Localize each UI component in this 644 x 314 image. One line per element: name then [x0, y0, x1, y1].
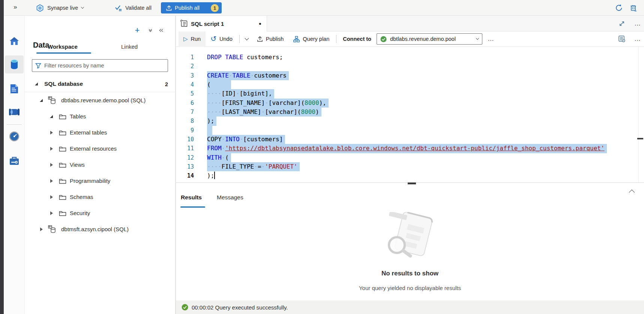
tree-item[interactable]: SQL database2: [25, 76, 176, 92]
caret-expanded-icon[interactable]: [39, 99, 44, 102]
folder-icon: [59, 130, 66, 136]
connection-dropdown[interactable]: dbtlabs.revenue.demo.pool: [377, 33, 482, 45]
more-icon: …: [634, 20, 641, 27]
tree-item[interactable]: Tables: [25, 108, 176, 124]
nav-monitor[interactable]: [5, 127, 24, 145]
collapse-panel-button[interactable]: [157, 25, 167, 35]
tab-linked[interactable]: Linked: [121, 43, 138, 50]
query-plan-button[interactable]: Query plan: [288, 31, 334, 47]
publish-icon: [257, 36, 263, 42]
selected-code-segment: );: [207, 117, 216, 126]
validate-all-button[interactable]: Validate all: [115, 0, 152, 16]
expand-rail-icon[interactable]: »: [14, 3, 17, 11]
tree-item-label: Views: [70, 161, 85, 168]
code-line[interactable]: [207, 62, 644, 71]
line-number: 10: [176, 135, 199, 144]
tree-item[interactable]: dbtlabs.revenue.demo.pool (SQL): [25, 92, 176, 108]
line-number: 4: [176, 80, 199, 89]
code-line[interactable]: ····[FIRST_NAME]·[varchar](8000),: [207, 99, 644, 108]
undo-button[interactable]: ↺ Undo: [206, 31, 237, 47]
discard-all-button[interactable]: [629, 3, 638, 13]
code-line[interactable]: (: [207, 80, 644, 89]
tree-item-label: External tables: [70, 129, 107, 136]
line-number: 6: [176, 99, 199, 108]
properties-button[interactable]: [617, 34, 627, 44]
run-button[interactable]: ▷ Run: [179, 31, 206, 47]
query-plan-icon: [293, 36, 300, 42]
tab-more-button[interactable]: …: [633, 19, 642, 28]
nav-manage[interactable]: [5, 152, 24, 170]
code-line[interactable]: WITH·(: [207, 153, 644, 162]
filter-input[interactable]: [44, 63, 165, 69]
nav-develop[interactable]: [5, 80, 24, 98]
tab-messages[interactable]: Messages: [217, 194, 243, 201]
caret-collapsed-icon[interactable]: [49, 131, 54, 135]
results-pane: Results Messages: [176, 182, 644, 301]
mode-selector[interactable]: Synapse live: [36, 0, 84, 16]
caret-collapsed-icon[interactable]: [49, 179, 54, 183]
code-line[interactable]: [207, 126, 644, 135]
caret-collapsed-icon[interactable]: [49, 163, 54, 167]
undo-icon: ↺: [210, 36, 216, 42]
selected-code-segment: WITH·(: [207, 153, 231, 162]
expand-editor-button[interactable]: [617, 19, 627, 28]
tree-item[interactable]: Security: [25, 205, 176, 221]
selected-code-segment: ····[FIRST_NAME]·[varchar](8000),: [207, 99, 329, 108]
code-line[interactable]: );: [207, 117, 644, 126]
tab-sql-script[interactable]: SQL script 1 ●: [176, 16, 267, 31]
tree-item[interactable]: Schemas: [25, 189, 176, 205]
folder-icon: [59, 210, 66, 216]
manage-icon: [9, 156, 20, 166]
tree-item[interactable]: External resources: [25, 141, 176, 157]
unsaved-dot-icon: ●: [259, 21, 261, 26]
text-cursor: [214, 172, 215, 179]
publish-button[interactable]: Publish: [252, 31, 289, 47]
add-resource-button[interactable]: +: [132, 25, 142, 35]
trash-icon: [629, 4, 638, 12]
nav-home[interactable]: [5, 32, 24, 50]
code-line[interactable]: ····[LAST_NAME]·[varchar](8000): [207, 108, 644, 117]
nav-data[interactable]: [5, 55, 24, 73]
caret-collapsed-icon[interactable]: [49, 147, 54, 151]
code-line[interactable]: DROP TABLE customers;: [207, 53, 644, 62]
toolbar-overflow-button[interactable]: …: [633, 34, 642, 44]
code-line[interactable]: FROM·'https://dbtlabsynapsedatalake.blob…: [207, 144, 644, 153]
caret-collapsed-icon[interactable]: [49, 195, 54, 199]
nav-integrate[interactable]: [5, 103, 24, 121]
integrate-icon: [9, 108, 20, 117]
editor-scrollbar[interactable]: [638, 47, 639, 182]
code-line[interactable]: ····[ID]·[bigint],: [207, 89, 644, 98]
caret-collapsed-icon[interactable]: [49, 211, 54, 215]
caret-collapsed-icon[interactable]: [39, 227, 44, 231]
code-line[interactable]: COPY·INTO·[customers]: [207, 135, 644, 144]
caret-expanded-icon[interactable]: [34, 82, 39, 85]
tree-item[interactable]: Views: [25, 157, 176, 173]
collapse-results-button[interactable]: [625, 186, 638, 197]
tree-item[interactable]: Programmability: [25, 173, 176, 189]
code-line[interactable]: ····FILE_TYPE·=·'PARQUET': [207, 162, 644, 171]
caret-expanded-icon[interactable]: [49, 115, 54, 118]
empty-state-title: No results to show: [176, 270, 644, 277]
editor-scrollbar-thumb[interactable]: [637, 138, 643, 139]
code-line[interactable]: CREATE·TABLE·customers: [207, 71, 644, 80]
undo-split-button[interactable]: [242, 31, 252, 47]
tree-item[interactable]: External tables: [25, 124, 176, 141]
tab-workspace[interactable]: Workspace: [48, 43, 78, 50]
toolbar-more-button[interactable]: …: [485, 35, 497, 43]
synapse-logo-icon: [36, 4, 44, 12]
code-line[interactable]: );: [207, 171, 644, 180]
nav-rail: [4, 16, 25, 314]
connection-status-icon: [380, 36, 387, 42]
tree-item[interactable]: dbtmsft.azsyn.cipool (SQL): [25, 221, 176, 237]
publish-all-button[interactable]: Publish all 1: [161, 2, 222, 13]
actions-menu-button[interactable]: [146, 25, 155, 35]
tree-item-label: dbtmsft.azsyn.cipool (SQL): [61, 226, 129, 232]
code-editor[interactable]: 1234567891011121314 DROP TABLE customers…: [176, 47, 644, 182]
editor-code[interactable]: DROP TABLE customers;CREATE·TABLE·custom…: [207, 47, 644, 182]
pane-resize-handle[interactable]: [408, 182, 416, 184]
develop-icon: [10, 84, 19, 94]
success-icon: [182, 304, 188, 311]
tab-results[interactable]: Results: [181, 194, 202, 201]
tab-title: SQL script 1: [191, 21, 224, 27]
refresh-button[interactable]: [614, 3, 624, 13]
